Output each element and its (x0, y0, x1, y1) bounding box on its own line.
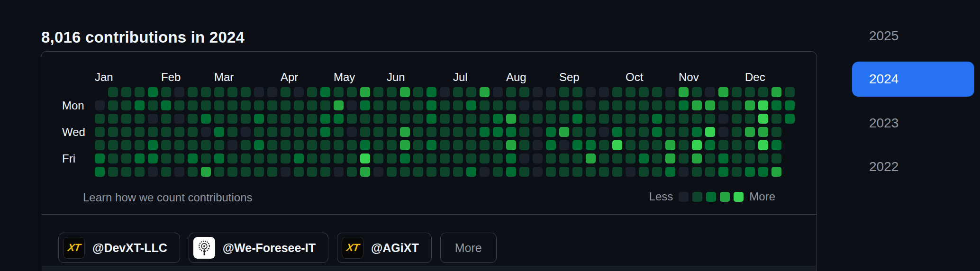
contribution-cell[interactable] (108, 154, 118, 163)
contribution-cell[interactable] (705, 100, 715, 110)
contribution-cell[interactable] (148, 154, 158, 163)
contribution-cell[interactable] (426, 100, 436, 110)
contribution-cell[interactable] (373, 140, 383, 150)
contribution-cell[interactable] (785, 100, 795, 110)
contribution-cell[interactable] (665, 127, 675, 137)
contribution-cell[interactable] (440, 127, 450, 137)
contribution-cell[interactable] (320, 140, 330, 150)
contribution-cell[interactable] (360, 127, 370, 137)
contribution-cell[interactable] (254, 154, 264, 163)
contribution-cell[interactable] (758, 127, 768, 137)
contribution-cell[interactable] (493, 100, 503, 110)
contribution-cell[interactable] (559, 127, 569, 137)
contribution-cell[interactable] (294, 100, 304, 110)
contribution-cell[interactable] (254, 140, 264, 150)
contribution-cell[interactable] (718, 114, 728, 124)
contribution-cell[interactable] (241, 114, 251, 124)
contribution-cell[interactable] (347, 100, 357, 110)
contribution-cell[interactable] (692, 140, 702, 150)
contribution-cell[interactable] (121, 100, 131, 110)
contribution-cell[interactable] (599, 100, 609, 110)
contribution-cell[interactable] (188, 127, 198, 137)
contribution-cell[interactable] (360, 114, 370, 124)
contribution-cell[interactable] (679, 154, 689, 163)
contribution-cell[interactable] (599, 140, 609, 150)
contribution-cell[interactable] (281, 167, 290, 177)
contribution-cell[interactable] (519, 167, 529, 177)
contribution-cell[interactable] (519, 154, 529, 163)
contribution-cell[interactable] (254, 127, 264, 137)
contribution-cell[interactable] (161, 87, 171, 97)
contribution-cell[interactable] (108, 127, 118, 137)
contribution-cell[interactable] (480, 127, 490, 137)
contribution-cell[interactable] (572, 167, 582, 177)
contribution-cell[interactable] (626, 100, 635, 110)
contribution-cell[interactable] (334, 87, 344, 97)
contribution-cell[interactable] (307, 127, 317, 137)
contribution-cell[interactable] (95, 127, 105, 137)
contribution-cell[interactable] (533, 100, 543, 110)
contribution-cell[interactable] (188, 87, 198, 97)
contribution-cell[interactable] (453, 154, 463, 163)
contribution-cell[interactable] (546, 114, 556, 124)
contribution-cell[interactable] (174, 167, 184, 177)
contribution-cell[interactable] (307, 114, 317, 124)
contribution-cell[interactable] (466, 140, 476, 150)
contribution-cell[interactable] (639, 100, 649, 110)
contribution-cell[interactable] (705, 140, 715, 150)
contribution-cell[interactable] (135, 140, 145, 150)
contribution-cell[interactable] (214, 87, 224, 97)
contribution-cell[interactable] (413, 154, 423, 163)
year-item-2024-selected[interactable]: 2024 (852, 62, 974, 97)
contribution-cell[interactable] (466, 100, 476, 110)
contribution-cell[interactable] (95, 100, 105, 110)
contribution-cell[interactable] (307, 167, 317, 177)
contribution-cell[interactable] (732, 100, 742, 110)
contribution-cell[interactable] (241, 154, 251, 163)
contribution-cell[interactable] (665, 87, 675, 97)
contribution-cell[interactable] (652, 87, 662, 97)
contribution-cell[interactable] (387, 154, 397, 163)
contribution-cell[interactable] (705, 87, 715, 97)
contribution-cell[interactable] (387, 140, 397, 150)
contribution-cell[interactable] (400, 140, 410, 150)
contribution-cell[interactable] (227, 114, 237, 124)
contribution-cell[interactable] (665, 167, 675, 177)
contribution-cell[interactable] (95, 114, 105, 124)
contribution-cell[interactable] (453, 140, 463, 150)
contribution-cell[interactable] (599, 87, 609, 97)
contribution-cell[interactable] (718, 127, 728, 137)
contribution-cell[interactable] (121, 127, 131, 137)
contribution-cell[interactable] (413, 140, 423, 150)
contribution-cell[interactable] (241, 100, 251, 110)
contribution-cell[interactable] (559, 100, 569, 110)
learn-how-link[interactable]: Learn how we count contributions (83, 191, 253, 204)
year-item-2023[interactable]: 2023 (852, 110, 974, 136)
contribution-cell[interactable] (652, 140, 662, 150)
contribution-cell[interactable] (533, 87, 543, 97)
contribution-cell[interactable] (121, 87, 131, 97)
contribution-cell[interactable] (480, 87, 490, 97)
contribution-cell[interactable] (121, 167, 131, 177)
contribution-cell[interactable] (546, 154, 556, 163)
contribution-cell[interactable] (506, 100, 516, 110)
contribution-cell[interactable] (413, 87, 423, 97)
contribution-cell[interactable] (519, 87, 529, 97)
contribution-cell[interactable] (201, 87, 211, 97)
contribution-cell[interactable] (785, 114, 795, 124)
contribution-cell[interactable] (771, 167, 781, 177)
contribution-cell[interactable] (586, 114, 596, 124)
contribution-cell[interactable] (174, 140, 184, 150)
contribution-cell[interactable] (161, 114, 171, 124)
contribution-cell[interactable] (493, 167, 503, 177)
contribution-cell[interactable] (201, 167, 211, 177)
contribution-cell[interactable] (758, 87, 768, 97)
contribution-cell[interactable] (732, 154, 742, 163)
contribution-cell[interactable] (612, 154, 622, 163)
contribution-cell[interactable] (745, 100, 755, 110)
contribution-cell[interactable] (201, 127, 211, 137)
contribution-cell[interactable] (745, 127, 755, 137)
contribution-cell[interactable] (692, 167, 702, 177)
contribution-cell[interactable] (281, 114, 290, 124)
contribution-cell[interactable] (241, 167, 251, 177)
